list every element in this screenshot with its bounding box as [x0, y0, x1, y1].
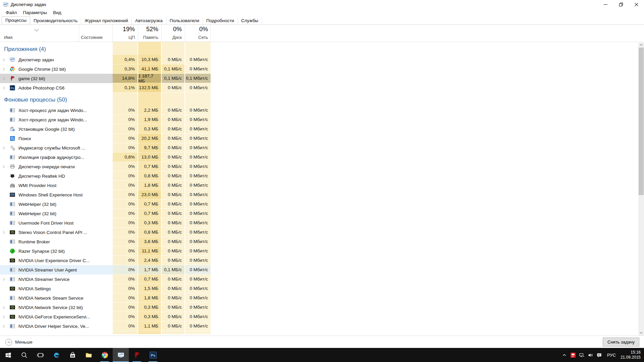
column-header-name[interactable]: Имя [4, 35, 12, 40]
tab-производительность[interactable]: Производительность [30, 17, 81, 24]
expand-chevron-icon[interactable] [3, 305, 8, 309]
process-row[interactable]: NVIDIA Streamer User Agent0%1,7 МБ0,1 МБ… [0, 265, 638, 275]
expand-chevron-icon[interactable] [3, 230, 8, 234]
taskbar-store-icon[interactable] [64, 348, 80, 362]
menu-item-параметры[interactable]: Параметры [20, 9, 50, 16]
tray-chevron-up-icon[interactable] [560, 348, 569, 362]
cell-disk: 0,1 МБ/с [162, 74, 184, 83]
tab-процессы[interactable]: Процессы [2, 16, 30, 24]
expand-chevron-icon[interactable] [3, 165, 8, 169]
column-header-net[interactable]: 0%Сеть [185, 25, 211, 42]
tab-подробности[interactable]: Подробности [203, 17, 238, 24]
process-row[interactable]: Диспетчер очереди печати0%0,7 МБ0 МБ/с0 … [0, 162, 638, 171]
process-row[interactable]: Диспетчер задач0,4%10,3 МБ0 МБ/с0 Мбит/с [0, 55, 638, 64]
nvidia-icon [10, 305, 15, 310]
taskbar-game-icon[interactable] [129, 348, 145, 362]
process-row[interactable]: Хост-процесс для задач Windo...0%1,9 МБ0… [0, 115, 638, 124]
fewer-details-button[interactable]: Меньше [5, 339, 33, 346]
tray-network-icon[interactable] [578, 348, 586, 362]
process-row[interactable]: Stereo Vision Control Panel API ...0%0,8… [0, 228, 638, 237]
chevron-up-circle-icon [5, 339, 12, 346]
process-row[interactable]: NVIDIA Driver Helper Service, Ve...0%1,1… [0, 321, 638, 331]
tab-журнал-приложений[interactable]: Журнал приложений [81, 17, 132, 24]
process-row[interactable]: game (32 bit)14,8%1 187,7 МБ0,1 МБ/с0,1 … [0, 74, 638, 83]
expand-chevron-icon[interactable] [3, 86, 8, 90]
taskbar-taskbar-search-icon[interactable] [16, 348, 32, 362]
process-row[interactable]: Поиск0%20,2 МБ0 МБ/с0 Мбит/с [0, 134, 638, 143]
process-row[interactable]: NVIDIA Streamer Service0%0,7 МБ0 МБ/с0 М… [0, 275, 638, 284]
restore-button[interactable] [613, 0, 629, 9]
cell-mem: 0,8 МБ [138, 171, 161, 181]
taskbar-task-manager-icon[interactable] [113, 348, 129, 362]
cell-net: 0 Мбит/с [185, 115, 211, 124]
window-icon [10, 155, 15, 160]
language-indicator[interactable]: РУС [604, 353, 619, 358]
tab-службы[interactable]: Службы [238, 17, 262, 24]
menu-bar: ФайлПараметрыВид [0, 9, 644, 16]
cell-disk: 0 МБ/с [162, 162, 184, 171]
expand-chevron-icon[interactable] [3, 58, 8, 62]
column-header-status[interactable]: Состояние [81, 35, 103, 40]
expand-chevron-icon[interactable] [3, 76, 8, 80]
process-row[interactable]: Usermode Font Driver Host0%0,3 МБ0 МБ/с0… [0, 218, 638, 228]
process-name-area: NVIDIA Network Service (32 bit) [0, 303, 113, 312]
process-row[interactable]: Установщик Google (32 bit)0%0,3 МБ0 МБ/с… [0, 124, 638, 134]
tray-notification-icon[interactable] [595, 348, 604, 362]
minimize-button[interactable] [598, 0, 613, 9]
menu-item-файл[interactable]: Файл [3, 9, 20, 16]
taskbar-clock[interactable]: 15:16 21.09.2015 [619, 350, 644, 360]
process-name: Runtime Broker [18, 239, 50, 244]
taskbar-edge-icon[interactable] [48, 348, 64, 362]
menu-item-вид[interactable]: Вид [50, 9, 64, 16]
section-header-row[interactable]: Приложения (4) [0, 44, 638, 55]
taskbar-start-icon[interactable] [0, 348, 16, 362]
process-row[interactable]: NVIDIA GeForce ExperienceServi...0%0,3 М… [0, 312, 638, 321]
expand-chevron-icon[interactable] [3, 146, 8, 150]
expand-chevron-icon[interactable] [3, 277, 8, 281]
cell-net: 0 Мбит/с [185, 237, 211, 246]
process-row[interactable]: PsAdobe Photoshop CS60,1%132,5 МБ0 МБ/с0… [0, 83, 638, 93]
process-name: game (32 bit) [18, 76, 45, 81]
taskbar-file-explorer-icon[interactable] [80, 348, 97, 362]
cell-mem: 1,5 МБ [138, 284, 161, 293]
expand-chevron-icon[interactable] [3, 324, 8, 328]
taskbar-photoshop-icon[interactable]: Ps [145, 348, 161, 362]
process-row[interactable]: NVIDIA Network Stream Service0%1,8 МБ0 М… [0, 293, 638, 303]
scroll-down-icon[interactable] [638, 330, 644, 336]
section-header-row[interactable]: Фоновые процессы (50) [0, 94, 638, 106]
process-row[interactable]: NVIDIA Settings0%1,5 МБ0 МБ/с0 Мбит/с [0, 284, 638, 293]
process-row[interactable]: Runtime Broker0%3,6 МБ0 МБ/с0 Мбит/с [0, 237, 638, 246]
process-row[interactable]: Google Chrome (32 bit)0,3%41,1 МБ0,1 МБ/… [0, 64, 638, 74]
scrollbar-thumb[interactable] [639, 48, 644, 195]
taskbar-chrome-icon[interactable] [97, 348, 113, 362]
vertical-scrollbar[interactable] [638, 42, 644, 336]
expand-chevron-icon[interactable] [3, 67, 8, 71]
cell-mem: 11,1 МБ [138, 246, 161, 256]
process-row[interactable]: Изоляция графов аудиоустро...0,6%13,0 МБ… [0, 153, 638, 162]
process-row[interactable]: WebHelper (32 bit)0%0,7 МБ0 МБ/с0 Мбит/с [0, 209, 638, 218]
expander-spacer [3, 183, 8, 187]
taskbar-task-view-icon[interactable] [32, 348, 48, 362]
process-row[interactable]: NVIDIA User Experience Driver C...0%2,4 … [0, 256, 638, 265]
process-row[interactable]: Индексатор службы Microsoft ...0%9,7 МБ0… [0, 143, 638, 153]
process-row[interactable]: Хост-процесс для задач Windo...0%2,2 МБ0… [0, 106, 638, 115]
process-row[interactable]: WebHelper (32 bit)0%0,7 МБ0 МБ/с0 Мбит/с [0, 199, 638, 209]
expand-chevron-icon[interactable] [3, 315, 8, 319]
process-row[interactable]: NVIDIA Network Service (32 bit)0%0,3 МБ0… [0, 303, 638, 312]
end-task-button[interactable]: Снять задачу [603, 338, 639, 347]
column-header-cpu[interactable]: 19%ЦП [113, 25, 138, 42]
column-header-mem[interactable]: 52%Память [138, 25, 161, 42]
process-row[interactable]: Диспетчер Realtek HD0%0,8 МБ0 МБ/с0 Мбит… [0, 171, 638, 181]
process-row[interactable]: Windows Shell Experience Host0%23,0 МБ0 … [0, 190, 638, 199]
process-row[interactable]: Razer Synapse (32 bit)0%11,1 МБ0 МБ/с0 М… [0, 246, 638, 256]
close-button[interactable] [629, 0, 644, 9]
scroll-up-icon[interactable] [638, 42, 644, 48]
process-name: Поиск [18, 136, 31, 141]
process-row[interactable]: WMI Provider Host0%1,8 МБ0 МБ/с0 Мбит/с [0, 181, 638, 190]
process-name: Google Chrome (32 bit) [18, 67, 66, 72]
tray-volume-icon[interactable] [586, 348, 595, 362]
tab-пользователи[interactable]: Пользователи [166, 17, 203, 24]
tray-avira-icon[interactable] [569, 348, 578, 362]
tab-автозагрузка[interactable]: Автозагрузка [132, 17, 166, 24]
column-header-disk[interactable]: 0%Диск [162, 25, 184, 42]
